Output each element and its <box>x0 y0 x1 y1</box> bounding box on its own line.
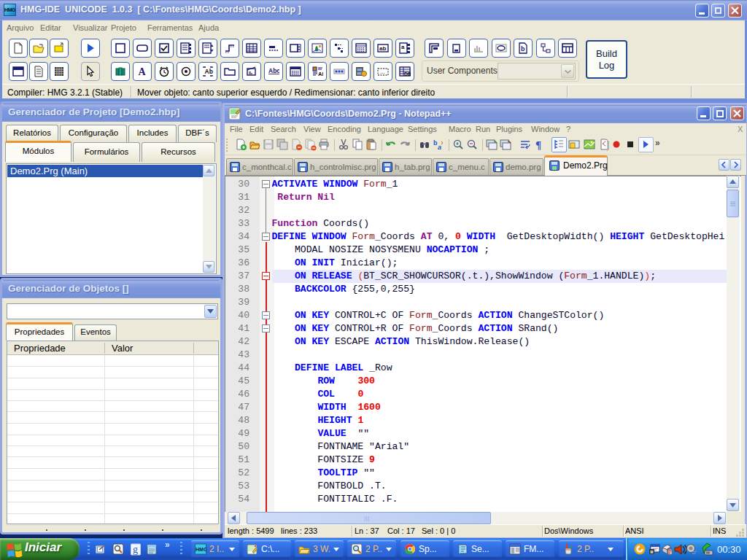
svg-text:Abcd: Abcd <box>268 67 279 74</box>
svg-text:¶: ¶ <box>535 139 541 151</box>
svg-text:a: a <box>438 144 441 151</box>
svg-text:Ab: Ab <box>318 71 323 77</box>
svg-text:b: b <box>521 45 525 52</box>
svg-text:...: ... <box>380 69 385 75</box>
svg-text:A: A <box>139 66 147 77</box>
svg-text:g: g <box>133 544 138 555</box>
svg-text:HMG: HMG <box>196 547 206 552</box>
svg-text:ab: ab <box>379 45 386 52</box>
svg-text:DB: DB <box>404 71 411 77</box>
svg-text:Ab: Ab <box>205 68 213 75</box>
svg-text:a: a <box>401 44 405 50</box>
